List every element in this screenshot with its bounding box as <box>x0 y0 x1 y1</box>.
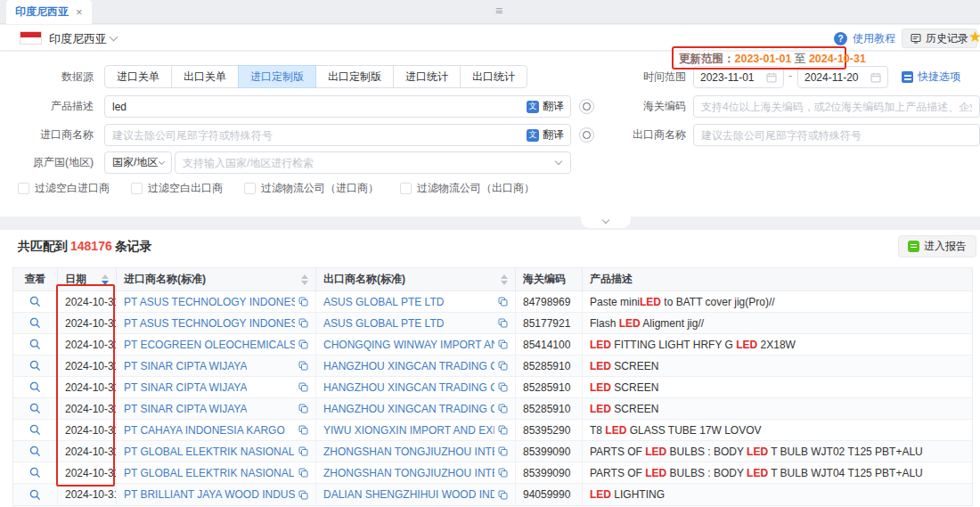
importer-link[interactable]: PT GLOBAL ELEKTRIK NASIONAL <box>124 467 294 479</box>
data-source-tab[interactable]: 进口统计 <box>393 65 461 88</box>
filter-checkbox[interactable]: 过滤空白进口商 <box>18 181 110 196</box>
copy-icon[interactable] <box>494 297 508 307</box>
cell-view <box>13 441 58 462</box>
copy-icon[interactable] <box>295 446 308 456</box>
view-detail-icon[interactable] <box>29 317 41 329</box>
close-icon[interactable]: × <box>76 5 83 19</box>
view-detail-icon[interactable] <box>29 446 41 457</box>
importer-link[interactable]: PT ASUS TECHNOLOGY INDONESIA BA... <box>124 317 295 330</box>
copy-icon[interactable] <box>295 404 308 413</box>
view-detail-icon[interactable] <box>29 360 41 372</box>
importer-link[interactable]: PT CAHAYA INDONESIA KARGO <box>124 424 285 437</box>
exporter-link[interactable]: CHONGQING WINWAY IMPORT AND E... <box>323 339 494 351</box>
exporter-link[interactable]: DALIAN SHENGZHIHUI WOOD INDUST... <box>323 488 494 501</box>
hs-code-input[interactable] <box>694 96 979 117</box>
importer-input[interactable] <box>105 125 527 145</box>
origin-search-input[interactable] <box>176 152 556 173</box>
exporter-link[interactable]: HANGZHOU XINGCAN TRADING CO LTD <box>323 403 494 415</box>
copy-icon[interactable] <box>295 382 308 392</box>
copy-icon[interactable] <box>295 425 308 435</box>
copy-icon[interactable] <box>295 468 308 478</box>
sort-icons[interactable] <box>301 274 308 285</box>
view-detail-icon[interactable] <box>29 489 41 501</box>
summary-suffix: 条记录 <box>115 239 152 253</box>
date-from-value: 2023-11-01 <box>700 71 755 84</box>
translate-icon: 文 <box>527 101 539 113</box>
menu-icon[interactable]: ≡ <box>495 4 502 18</box>
translate-button[interactable]: 文 翻译 <box>527 99 570 114</box>
copy-icon[interactable] <box>494 382 508 392</box>
exporter-link[interactable]: ASUS GLOBAL PTE LTD <box>323 317 444 330</box>
product-desc-input[interactable] <box>105 96 527 117</box>
results-panel: 共匹配到148176条记录 进入报告 查看 日期 进口商名称(标准) 出口商名称… <box>0 230 980 507</box>
importer-link[interactable]: PT GLOBAL ELEKTRIK NASIONAL <box>124 446 294 458</box>
checkbox-icon[interactable] <box>244 183 256 194</box>
origin-search-fieldbox <box>175 151 571 174</box>
history-button[interactable]: 历史记录 <box>902 29 977 48</box>
copy-icon[interactable] <box>494 490 508 500</box>
copy-icon[interactable] <box>295 318 308 328</box>
header-importer[interactable]: 进口商名称(标准) <box>117 268 316 290</box>
origin-type-select[interactable]: 国家/地区 <box>104 151 172 174</box>
tutorial-button[interactable]: ? 使用教程 <box>834 31 895 46</box>
data-source-tab[interactable]: 进口关单 <box>104 65 172 88</box>
enter-report-button[interactable]: 进入报告 <box>898 235 976 258</box>
copy-icon[interactable] <box>295 361 308 371</box>
quick-options-button[interactable]: 快捷选项 <box>902 70 960 85</box>
view-detail-icon[interactable] <box>29 339 41 350</box>
tab-indonesia[interactable]: 印度尼西亚 × <box>6 0 92 24</box>
exporter-input[interactable] <box>694 125 979 145</box>
exporter-link[interactable]: HANGZHOU XINGCAN TRADING CO LTD <box>323 381 494 394</box>
copy-icon[interactable] <box>494 468 508 478</box>
copy-icon[interactable] <box>494 404 508 413</box>
date-from-field[interactable]: 2023-11-01 <box>693 66 784 88</box>
exporter-link[interactable]: ASUS GLOBAL PTE LTD <box>323 296 444 308</box>
importer-link[interactable]: PT SINAR CIPTA WIJAYA <box>124 360 247 372</box>
copy-icon[interactable] <box>494 361 508 371</box>
view-detail-icon[interactable] <box>29 424 41 436</box>
cell-hs-code: 85399090 <box>516 441 583 462</box>
date-to-field[interactable]: 2024-11-20 <box>797 66 888 88</box>
importer-link[interactable]: PT SINAR CIPTA WIJAYA <box>124 403 247 415</box>
importer-link[interactable]: PT ASUS TECHNOLOGY INDONESIA BA... <box>124 296 295 308</box>
sort-icons[interactable] <box>102 274 109 285</box>
copy-icon[interactable] <box>494 446 508 456</box>
header-date[interactable]: 日期 <box>58 268 117 290</box>
collapse-panel-button[interactable] <box>581 217 631 228</box>
favorite-star-icon[interactable]: ★ <box>968 28 980 46</box>
copy-icon[interactable] <box>494 318 508 328</box>
copy-icon[interactable] <box>295 297 308 307</box>
checkbox-icon[interactable] <box>18 183 29 194</box>
filter-checkbox[interactable]: 过滤空白出口商 <box>131 181 223 196</box>
view-detail-icon[interactable] <box>29 296 41 307</box>
cell-product-desc: PARTS OF LED BULBS : BODY LED T BULB WJT… <box>583 441 972 462</box>
header-exporter[interactable]: 出口商名称(标准) <box>316 268 516 290</box>
translate-label: 翻译 <box>543 127 564 143</box>
importer-link[interactable]: PT BRILLIANT JAYA WOOD INDUSTRY <box>124 488 295 501</box>
data-source-tab[interactable]: 出口统计 <box>460 65 527 88</box>
data-source-tab[interactable]: 出口定制版 <box>315 65 394 88</box>
sort-icons[interactable] <box>501 274 508 285</box>
exporter-link[interactable]: HANGZHOU XINGCAN TRADING CO LTD <box>323 360 494 372</box>
copy-icon[interactable] <box>295 490 308 500</box>
copy-icon[interactable] <box>494 339 508 349</box>
translate-button[interactable]: 文 翻译 <box>527 127 570 143</box>
data-source-tab[interactable]: 出口关单 <box>171 65 239 88</box>
importer-link[interactable]: PT SINAR CIPTA WIJAYA <box>124 381 247 394</box>
chevron-down-icon[interactable] <box>110 33 118 42</box>
country-name[interactable]: 印度尼西亚 <box>49 31 107 47</box>
filter-checkbox[interactable]: 过滤物流公司（出口商） <box>400 181 535 196</box>
exporter-link[interactable]: YIWU XIONGXIN IMPORT AND EXPORT... <box>323 424 494 437</box>
checkbox-icon[interactable] <box>400 183 412 194</box>
importer-link[interactable]: PT ECOGREEN OLEOCHEMICALS <box>124 339 295 351</box>
copy-icon[interactable] <box>494 425 508 435</box>
view-detail-icon[interactable] <box>29 403 41 414</box>
exporter-link[interactable]: ZHONGSHAN TONGJIUZHOU INTERNA... <box>323 446 494 458</box>
view-detail-icon[interactable] <box>29 381 41 393</box>
view-detail-icon[interactable] <box>29 467 41 478</box>
copy-icon[interactable] <box>295 339 308 349</box>
filter-checkbox[interactable]: 过滤物流公司（进口商） <box>244 181 379 196</box>
checkbox-icon[interactable] <box>131 183 143 194</box>
data-source-tab[interactable]: 进口定制版 <box>238 65 316 88</box>
exporter-link[interactable]: ZHONGSHAN TONGJIUZHOU INTERNA... <box>323 467 494 479</box>
